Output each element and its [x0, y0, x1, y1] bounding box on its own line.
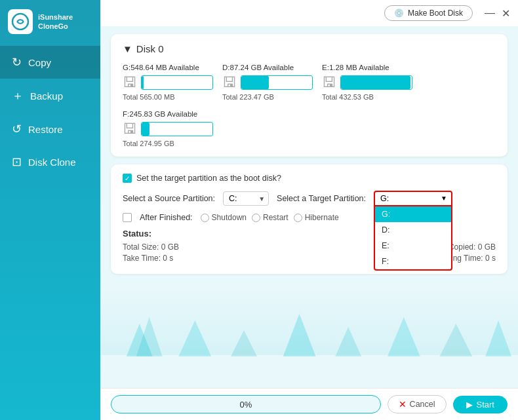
drive-item-g: G:548.64 MB Available 🖫 Total 565.00 MB [123, 64, 213, 101]
svg-point-0 [12, 14, 28, 29]
shutdown-radio-button[interactable] [201, 214, 209, 222]
svg-marker-9 [485, 320, 511, 356]
source-select-wrap: C: ▼ [223, 191, 269, 206]
backup-icon: ＋ [12, 88, 24, 104]
drive-g-fill [142, 76, 144, 89]
cancel-button[interactable]: ✕ Cancel [388, 395, 447, 413]
drive-g-letter: G: [123, 64, 130, 71]
boot-disk-label: Set the target partition as the boot dis… [136, 174, 281, 183]
drive-f-label: F:245.83 GB Available [123, 110, 197, 118]
sidebar-item-restore[interactable]: ↺ Restore [0, 113, 100, 145]
dropdown-item-d[interactable]: D: [375, 222, 451, 238]
app-logo: iSunshare CloneGo [0, 0, 100, 43]
drive-g-icon: 🖫 [123, 74, 137, 91]
dropdown-item-f[interactable]: F: [375, 254, 451, 269]
drive-d-label: D:87.24 GB Available [222, 64, 294, 71]
start-button[interactable]: ▶ Start [453, 396, 508, 413]
restore-icon: ↺ [12, 122, 22, 136]
make-boot-disk-button[interactable]: 💿 Make Boot Disk [384, 5, 473, 21]
drive-d-letter: D: [222, 64, 230, 71]
disk-clone-icon: ⊡ [12, 155, 22, 169]
copy-icon: ↻ [12, 55, 22, 69]
drive-f-total: Total 274.95 GB [123, 140, 174, 147]
target-chevron-icon: ▼ [441, 195, 447, 202]
cancel-icon: ✕ [399, 399, 407, 410]
radio-restart[interactable]: Restart [252, 213, 289, 222]
radio-shutdown[interactable]: Shutdown [201, 213, 247, 222]
drive-e-icon: 🖫 [322, 74, 336, 91]
target-partition-label: Select a Target Partition: [277, 194, 366, 203]
drive-e-label: E:1.28 MB Available [322, 64, 389, 71]
drive-f-icon: 🖫 [123, 121, 137, 138]
main-area: 💿 Make Boot Disk — ✕ ▼ Disk 0 G:548.64 M… [100, 0, 518, 420]
disk-title: ▼ Disk 0 [123, 43, 496, 54]
sidebar-item-backup-label: Backup [30, 90, 63, 102]
progress-bar: 0% [111, 395, 381, 413]
sidebar-item-copy-label: Copy [28, 57, 51, 68]
drive-e-letter: E: [322, 64, 329, 71]
trees-decoration [100, 297, 518, 356]
drive-f-fill [142, 123, 149, 136]
minimize-button[interactable]: — [485, 7, 495, 20]
boot-disk-icon: 💿 [394, 9, 404, 18]
svg-marker-3 [178, 320, 211, 356]
drive-d-fill [241, 76, 269, 89]
drive-g-label: G:548.64 MB Available [123, 64, 199, 71]
after-finished-radio-group: Shutdown Restart Hibernate [201, 213, 339, 222]
after-finished-label: After Finished: [140, 213, 193, 222]
target-dropdown-wrap: G: ▼ G: D: E: F: [374, 191, 452, 206]
titlebar: 💿 Make Boot Disk — ✕ [100, 0, 518, 26]
restart-radio-button[interactable] [252, 214, 260, 222]
svg-marker-2 [136, 317, 163, 356]
take-time-label: Take Time: 0 s [123, 254, 173, 263]
target-partition-select[interactable]: G: ▼ [374, 191, 452, 206]
content-area: ▼ Disk 0 G:548.64 MB Available 🖫 Total 5 [100, 26, 518, 388]
source-partition-label: Select a Source Partition: [123, 194, 215, 203]
sidebar-item-backup[interactable]: ＋ Backup [0, 79, 100, 113]
footer: 0% ✕ Cancel ▶ Start [100, 388, 518, 420]
dropdown-item-e[interactable]: E: [375, 238, 451, 254]
boot-disk-row: ✓ Set the target partition as the boot d… [123, 174, 496, 183]
svg-marker-7 [388, 317, 420, 356]
start-icon: ▶ [466, 400, 473, 410]
progress-label: 0% [239, 400, 252, 410]
sidebar-item-disk-clone[interactable]: ⊡ Disk Clone [0, 145, 100, 178]
boot-disk-checkbox[interactable]: ✓ [123, 174, 132, 183]
dropdown-item-g[interactable]: G: [375, 206, 451, 222]
drive-g-total: Total 565.00 MB [123, 93, 175, 101]
disk-drives: G:548.64 MB Available 🖫 Total 565.00 MB … [123, 64, 496, 147]
target-dropdown-list: G: D: E: F: [374, 206, 452, 271]
sidebar-item-disk-clone-label: Disk Clone [28, 157, 76, 168]
sidebar: iSunshare CloneGo ↻ Copy ＋ Backup ↺ Rest… [0, 0, 100, 420]
collapse-icon[interactable]: ▼ [123, 43, 132, 54]
svg-marker-4 [231, 330, 257, 356]
svg-marker-1 [127, 324, 153, 356]
drive-e-fill [341, 76, 410, 89]
sidebar-nav: ↻ Copy ＋ Backup ↺ Restore ⊡ Disk Clone [0, 46, 100, 178]
window-controls: — ✕ [485, 7, 510, 20]
drive-item-f: F:245.83 GB Available 🖫 Total 274.95 GB [123, 110, 213, 147]
drive-g-bar [141, 75, 213, 90]
partition-controls-row: Select a Source Partition: C: ▼ Select a… [123, 191, 496, 206]
drive-e-total: Total 432.53 GB [322, 93, 374, 101]
logo-icon [8, 9, 33, 34]
source-partition-select[interactable]: C: [223, 191, 269, 206]
svg-marker-5 [283, 314, 316, 356]
close-button[interactable]: ✕ [502, 7, 510, 20]
disk-card: ▼ Disk 0 G:548.64 MB Available 🖫 Total 5 [111, 34, 508, 157]
radio-hibernate[interactable]: Hibernate [294, 213, 339, 222]
hibernate-radio-button[interactable] [294, 214, 302, 222]
total-size-label: Total Size: 0 GB [123, 242, 179, 252]
drive-item-d: D:87.24 GB Available 🖫 Total 223.47 GB [222, 64, 313, 101]
after-finished-checkbox[interactable] [123, 213, 132, 222]
drive-e-bar [340, 75, 412, 90]
drive-f-letter: F: [123, 110, 129, 118]
drive-d-icon: 🖫 [222, 74, 237, 91]
svg-marker-8 [440, 324, 473, 356]
drive-d-bar [241, 75, 313, 90]
drive-f-bar [141, 122, 213, 136]
sidebar-item-copy[interactable]: ↻ Copy [0, 46, 100, 79]
drive-d-total: Total 223.47 GB [222, 93, 274, 101]
drive-item-e: E:1.28 MB Available 🖫 Total 432.53 GB [322, 64, 412, 101]
svg-marker-6 [335, 327, 361, 356]
